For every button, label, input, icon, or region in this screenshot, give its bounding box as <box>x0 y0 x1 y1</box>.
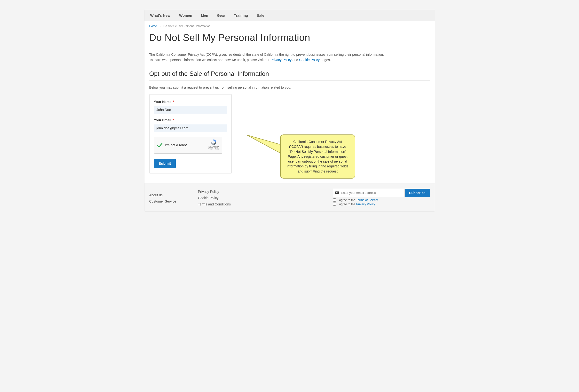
intro-line2: To learn what personal information we co… <box>149 57 430 63</box>
subscribe-email-input[interactable] <box>341 191 403 195</box>
cookie-policy-link[interactable]: Cookie Policy <box>299 58 320 62</box>
recaptcha-widget[interactable]: I'm not a robot reCAPTCHA Privacy - Term… <box>154 137 222 154</box>
footer-privacy-policy[interactable]: Privacy Policy <box>198 190 231 194</box>
pp-link[interactable]: Privacy Policy <box>356 202 375 206</box>
svg-marker-1 <box>247 135 283 154</box>
nav-sale[interactable]: Sale <box>256 10 265 21</box>
footer-subscribe: Subscribe I agree to the Terms of Servic… <box>333 189 430 206</box>
privacy-policy-link[interactable]: Privacy Policy <box>271 58 291 62</box>
recaptcha-badge: reCAPTCHA Privacy - Terms <box>208 139 219 150</box>
nav-women[interactable]: Women <box>178 10 193 21</box>
footer-customer-service[interactable]: Customer Service <box>149 199 176 203</box>
divider <box>149 80 430 81</box>
page-title: Do Not Sell My Personal Information <box>149 32 430 43</box>
agree-tos-label: I agree to the Terms of Service <box>338 198 379 202</box>
annotation-callout: California Consumer Privacy Act ("CCPA")… <box>246 134 355 179</box>
name-input[interactable] <box>154 106 227 114</box>
form-description: Below you may submit a request to preven… <box>149 85 430 89</box>
subscribe-button[interactable]: Subscribe <box>405 189 430 197</box>
breadcrumb-home[interactable]: Home <box>149 24 157 28</box>
section-title: Opt-out of the Sale of Personal Informat… <box>149 70 430 77</box>
agree-pp-label: I agree to the Privacy Policy <box>338 202 375 206</box>
checkmark-icon <box>156 142 163 148</box>
footer-terms[interactable]: Terms and Conditions <box>198 202 231 206</box>
top-nav: What's New Women Men Gear Training Sale <box>145 10 435 21</box>
tos-link[interactable]: Terms of Service <box>356 198 379 202</box>
footer-col-2: Privacy Policy Cookie Policy Terms and C… <box>198 189 231 206</box>
agree-pp-checkbox[interactable] <box>333 202 336 206</box>
submit-button[interactable]: Submit <box>154 159 176 168</box>
intro-line1: The California Consumer Privacy Act (CCP… <box>149 52 430 57</box>
subscribe-input-wrap <box>333 189 405 197</box>
agree-tos-checkbox[interactable] <box>333 198 336 201</box>
breadcrumb-current: Do Not Sell My Personal Information <box>163 24 210 28</box>
opt-out-form: Your Name * Your Email * I'm not a robot <box>149 94 232 174</box>
footer-col-1: About us Customer Service <box>149 189 176 206</box>
intro-text: The California Consumer Privacy Act (CCP… <box>149 52 430 63</box>
callout-text: California Consumer Privacy Act ("CCPA")… <box>280 134 355 179</box>
nav-men[interactable]: Men <box>200 10 209 21</box>
nav-training[interactable]: Training <box>233 10 249 21</box>
footer: About us Customer Service Privacy Policy… <box>145 183 435 211</box>
recaptcha-icon <box>210 139 217 146</box>
nav-whats-new[interactable]: What's New <box>149 10 172 21</box>
email-input[interactable] <box>154 124 227 132</box>
breadcrumb: Home › Do Not Sell My Personal Informati… <box>145 21 435 28</box>
envelope-icon <box>335 192 339 194</box>
footer-cookie-policy[interactable]: Cookie Policy <box>198 196 231 200</box>
recaptcha-label: I'm not a robot <box>165 143 187 147</box>
callout-tail-icon <box>246 134 283 156</box>
footer-about-us[interactable]: About us <box>149 193 176 197</box>
nav-gear[interactable]: Gear <box>216 10 226 21</box>
email-label: Your Email * <box>154 118 227 122</box>
name-label: Your Name * <box>154 100 227 104</box>
chevron-right-icon: › <box>160 24 161 28</box>
